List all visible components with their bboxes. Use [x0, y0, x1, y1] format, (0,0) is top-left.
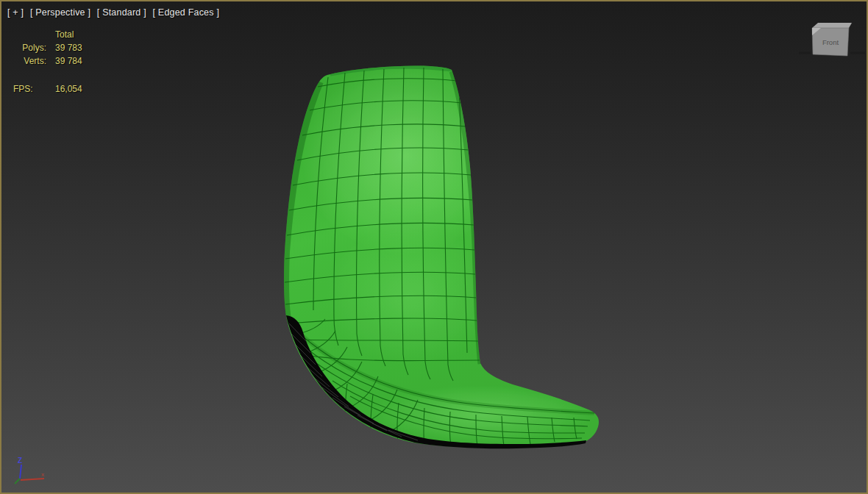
viewport-statistics: Total Polys: 39 783 Verts: 39 784 FPS: 1…	[13, 28, 82, 96]
viewport-general-menu[interactable]: [ + ]	[7, 7, 24, 18]
chair-seat-model[interactable]	[1, 1, 868, 494]
viewcube[interactable]: Front	[797, 21, 868, 62]
viewport-edged-faces-menu[interactable]: [ Edged Faces ]	[153, 7, 220, 18]
stats-verts-label: Verts:	[13, 54, 46, 68]
axis-x-line	[21, 479, 44, 480]
axis-z-line	[20, 465, 21, 479]
viewcube-top-face[interactable]	[812, 23, 852, 28]
stats-fps-label: FPS:	[13, 82, 46, 96]
axis-x-label: x	[41, 471, 44, 478]
viewcube-front-label: Front	[822, 38, 839, 46]
viewport-label: [ + ] [ Perspective ] [ Standard ] [ Edg…	[7, 7, 223, 18]
chair-body	[284, 57, 599, 448]
viewport-shading-menu[interactable]: [ Standard ]	[97, 7, 146, 18]
axis-y-line	[15, 479, 20, 484]
stats-verts-value: 39 784	[55, 54, 82, 68]
stats-header: Total	[55, 28, 82, 41]
stats-polys-value: 39 783	[55, 41, 82, 54]
world-axis-tripod: Z x	[12, 451, 56, 490]
stats-polys-label: Polys:	[13, 41, 46, 54]
perspective-viewport[interactable]: [ + ] [ Perspective ] [ Standard ] [ Edg…	[0, 0, 868, 494]
stats-fps-value: 16,054	[55, 82, 82, 96]
axis-z-label: Z	[18, 457, 22, 465]
viewport-pov-menu[interactable]: [ Perspective ]	[30, 7, 90, 18]
